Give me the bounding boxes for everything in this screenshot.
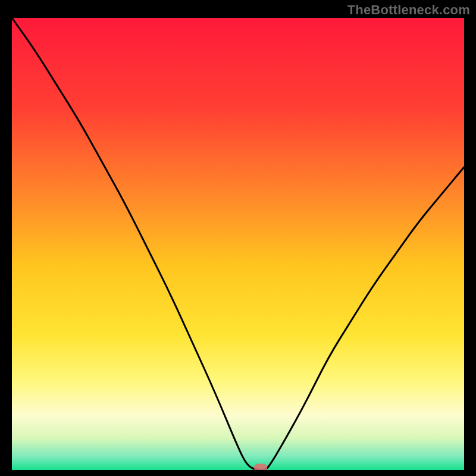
plot-background	[12, 18, 464, 470]
bottleneck-plot	[12, 18, 464, 470]
optimal-marker	[254, 464, 267, 470]
chart-frame: TheBottleneck.com	[0, 0, 476, 476]
attribution-label: TheBottleneck.com	[347, 2, 470, 18]
